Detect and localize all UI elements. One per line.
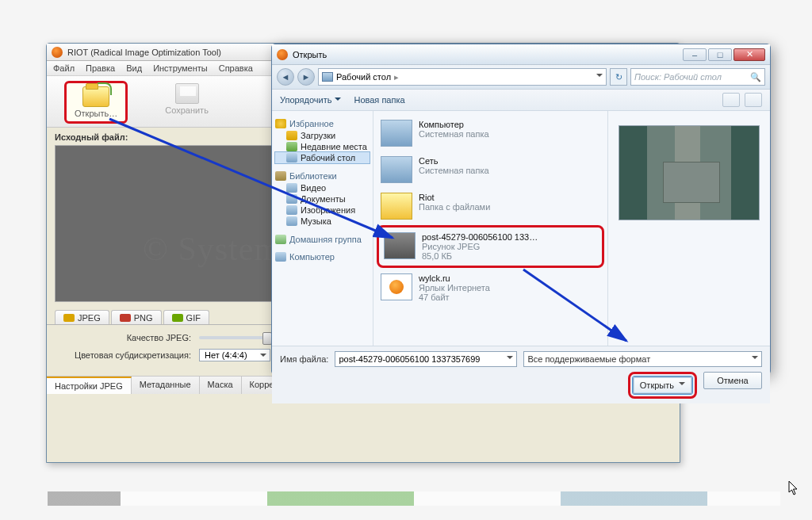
folder-thumb-icon	[381, 193, 412, 220]
menu-tools[interactable]: Инструменты	[153, 63, 208, 73]
libraries-icon	[275, 171, 286, 181]
menu-file[interactable]: Файл	[53, 63, 75, 73]
documents-icon	[286, 194, 297, 204]
dialog-titlebar[interactable]: Открыть – □ ✕	[272, 44, 770, 65]
save-floppy-icon	[175, 83, 199, 104]
tree-recent[interactable]: Недавние места	[275, 141, 370, 152]
tree-music[interactable]: Музыка	[275, 216, 370, 227]
search-input[interactable]: Поиск: Рабочий стол 🔍	[630, 68, 765, 86]
minimize-button[interactable]: –	[683, 48, 707, 61]
subsampling-select[interactable]: Нет (4:4:4)	[199, 349, 270, 361]
forward-button[interactable]: ►	[297, 68, 315, 86]
view-mode-button[interactable]	[722, 93, 740, 107]
open-folder-icon	[82, 86, 109, 107]
dialog-bottom-bar: Имя файла: post-45279-006056100 13373576…	[272, 346, 770, 403]
save-label: Сохранить	[165, 105, 209, 115]
address-dropdown-icon[interactable]	[596, 74, 603, 80]
file-list: КомпьютерСистемная папка СетьСистемная п…	[373, 111, 607, 346]
homegroup-icon	[275, 235, 286, 244]
dialog-open-button[interactable]: Открыть	[633, 377, 692, 394]
png-icon	[120, 314, 131, 322]
subsampling-label: Цветовая субдискретизация:	[56, 350, 191, 360]
file-item-riot-folder[interactable]: RiotПапка с файлами	[377, 189, 604, 224]
image-thumb-icon	[384, 232, 416, 259]
open-button-highlight: Открыть	[628, 372, 697, 399]
file-item-shortcut[interactable]: wylck.ruЯрлык Интернета47 байт	[377, 270, 604, 306]
filetype-dropdown-icon[interactable]	[752, 356, 758, 362]
file-item-selected-image[interactable]: post-45279-006056100 133…Рисунок JPEG85,…	[377, 225, 604, 268]
search-placeholder: Поиск: Рабочий стол	[634, 72, 722, 82]
open-label: Открыть…	[75, 109, 117, 118]
network-thumb-icon	[381, 156, 412, 183]
tab-settings-jpeg[interactable]: Настройки JPEG	[47, 377, 132, 394]
help-button[interactable]	[745, 93, 762, 107]
dialog-navbar: ◄ ► Рабочий стол ▸ ↻ Поиск: Рабочий стол…	[272, 65, 770, 90]
riot-app-icon	[52, 47, 63, 58]
menu-help[interactable]: Справка	[219, 63, 253, 73]
organize-menu[interactable]: Упорядочить	[280, 95, 341, 105]
videos-icon	[286, 183, 297, 193]
tree-videos[interactable]: Видео	[275, 182, 370, 193]
filename-dropdown-icon[interactable]	[507, 356, 513, 362]
open-button[interactable]: Открыть…	[64, 81, 128, 124]
back-button[interactable]: ◄	[277, 68, 294, 86]
open-split-dropdown-icon[interactable]	[679, 382, 685, 388]
dialog-cancel-button[interactable]: Отмена	[703, 372, 762, 389]
maximize-button[interactable]: □	[708, 48, 732, 61]
filetype-select[interactable]: Все поддерживаемые формат	[523, 351, 762, 367]
nav-tree: Избранное Загрузки Недавние места Рабочи…	[272, 111, 373, 346]
new-folder-button[interactable]: Новая папка	[354, 95, 404, 105]
tab-mask[interactable]: Маска	[200, 377, 242, 394]
path-separator: ▸	[394, 72, 399, 82]
save-button[interactable]: Сохранить	[159, 81, 214, 124]
desktop-icon	[322, 72, 333, 82]
tab-gif[interactable]: GIF	[163, 310, 209, 324]
dialog-app-icon	[277, 49, 288, 60]
filename-input[interactable]: post-45279-006056100 1337357699	[335, 351, 517, 367]
tree-favorites[interactable]: Избранное	[275, 119, 370, 128]
menu-edit[interactable]: Правка	[86, 63, 115, 73]
riot-title-text: RIOT (Radical Image Optimization Tool)	[67, 48, 221, 57]
address-path: Рабочий стол	[336, 72, 391, 82]
tree-desktop[interactable]: Рабочий стол	[275, 152, 370, 163]
tree-homegroup[interactable]: Домашняя группа	[275, 235, 370, 244]
filename-label: Имя файла:	[280, 354, 328, 364]
dialog-command-bar: Упорядочить Новая папка	[272, 90, 770, 111]
recent-icon	[286, 142, 297, 151]
jpeg-icon	[63, 314, 75, 322]
music-icon	[286, 216, 297, 226]
address-bar[interactable]: Рабочий стол ▸	[318, 68, 607, 86]
search-icon: 🔍	[750, 72, 761, 82]
computer-thumb-icon	[381, 120, 412, 147]
preview-thumbnail	[619, 125, 760, 220]
computer-icon	[275, 252, 286, 262]
tree-pictures[interactable]: Изображения	[275, 205, 370, 216]
tab-jpeg[interactable]: JPEG	[55, 310, 109, 324]
file-item-computer[interactable]: КомпьютерСистемная папка	[377, 116, 604, 151]
mouse-cursor-icon	[788, 480, 799, 496]
close-button[interactable]: ✕	[733, 48, 765, 61]
tree-libraries[interactable]: Библиотеки	[275, 171, 370, 181]
refresh-button[interactable]: ↻	[610, 68, 627, 86]
open-dialog: Открыть – □ ✕ ◄ ► Рабочий стол ▸ ↻ Поиск…	[271, 44, 771, 375]
tab-metadata[interactable]: Метаданные	[132, 377, 200, 394]
desktop-tree-icon	[286, 153, 297, 162]
preview-pane	[607, 111, 770, 346]
pictures-icon	[286, 205, 297, 215]
tree-computer[interactable]: Компьютер	[275, 252, 370, 262]
file-item-network[interactable]: СетьСистемная папка	[377, 152, 604, 187]
star-icon	[275, 119, 286, 128]
tab-png[interactable]: PNG	[111, 310, 162, 324]
tree-downloads[interactable]: Загрузки	[275, 130, 370, 141]
firefox-shortcut-icon	[381, 273, 412, 300]
downloads-icon	[286, 131, 297, 140]
menu-view[interactable]: Вид	[126, 63, 142, 73]
dialog-title-text: Открыть	[293, 50, 327, 59]
tree-documents[interactable]: Документы	[275, 193, 370, 205]
quality-label: Качество JPEG:	[56, 333, 191, 342]
gif-icon	[172, 314, 183, 322]
